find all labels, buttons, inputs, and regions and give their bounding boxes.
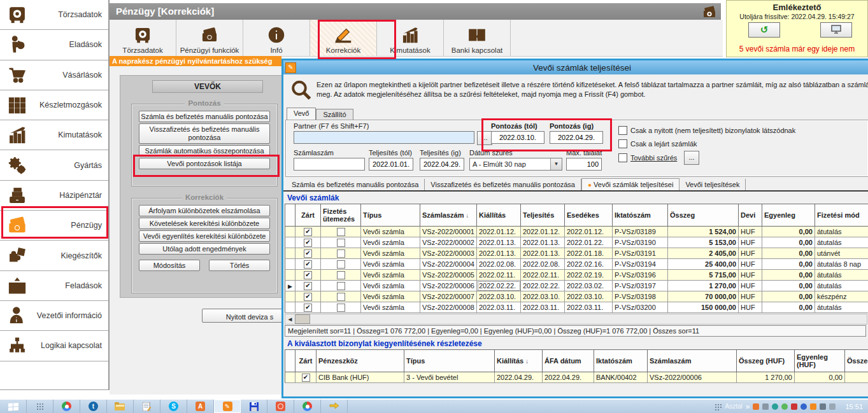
utemezes-checkbox[interactable] xyxy=(337,239,345,247)
start-icon[interactable] xyxy=(0,400,27,413)
column-header[interactable]: Fizetési mód xyxy=(815,204,868,227)
scroll-left-icon[interactable]: ◄ xyxy=(285,315,295,323)
utemezes-checkbox[interactable] xyxy=(337,293,345,301)
tray-icon-8[interactable] xyxy=(820,403,826,410)
tab-szallito[interactable]: Szállító xyxy=(316,109,353,120)
autocad-icon[interactable]: A xyxy=(187,400,214,413)
tray-icon-9[interactable] xyxy=(829,403,836,410)
column-header[interactable] xyxy=(285,350,295,372)
column-header[interactable] xyxy=(285,204,295,227)
checkbox-row-expired-only[interactable]: Csak a lejárt számlák xyxy=(618,139,697,148)
table-row[interactable]: Vevői számla VSz-2022/00005 2022.02.11. … xyxy=(285,270,868,281)
column-header[interactable]: Kiállítás xyxy=(495,350,543,372)
toolbar-button-korrekciok[interactable]: Korrekciók xyxy=(310,20,377,56)
screenshot-icon[interactable] xyxy=(267,400,294,413)
button-szamla-befizetes-pontozas[interactable]: Számla és befizetés manuális pontozása xyxy=(139,111,270,122)
column-header[interactable]: Iktatószám xyxy=(594,350,648,372)
skype-icon[interactable]: S xyxy=(160,400,187,413)
button-automatikus-osszepontozas[interactable]: Számlák automatikus összepontozása xyxy=(139,145,270,157)
modify-button[interactable]: Módosítás xyxy=(139,260,200,271)
subtab-vevoi-teljesitesek[interactable]: Vevői teljesítések xyxy=(679,179,746,190)
sidebar-item-kiegeszitok[interactable]: Kiegészítők xyxy=(0,241,108,270)
toolbar-button-torzsadatok[interactable]: Törzsadatok xyxy=(110,20,176,56)
zart-checkbox[interactable] xyxy=(304,293,312,301)
column-header[interactable]: ÁFA dátum xyxy=(543,350,594,372)
table-row[interactable]: Vevői számla VSz-2022/00004 2022.02.08. … xyxy=(285,259,868,270)
button-visszafizetes-pontozas[interactable]: Visszafizetés és befizetés manuális pont… xyxy=(139,123,270,144)
sidebar-item-kimutatasok[interactable]: Kimutatások xyxy=(0,120,108,150)
table-row[interactable]: Vevői számla VSz-2022/00008 2022.03.11. … xyxy=(285,302,868,313)
save-floppy-icon[interactable] xyxy=(241,400,267,413)
table-row[interactable]: CIB Bank (HUF) 3 - Vevői bevétel 2022.04… xyxy=(285,372,868,383)
zart-checkbox[interactable] xyxy=(304,249,312,258)
delete-button[interactable]: Törlés xyxy=(209,260,270,271)
column-header[interactable]: Iktatószám xyxy=(613,204,668,227)
column-header[interactable]: Számlaszám xyxy=(420,204,477,227)
utemezes-checkbox[interactable] xyxy=(337,271,345,279)
zart-checkbox[interactable] xyxy=(304,239,312,247)
tray-icon-5[interactable] xyxy=(791,403,797,410)
sidebar-item-gyartas[interactable]: Gyártás xyxy=(0,150,108,180)
sidebar-item-hazipenztar[interactable]: Házipénztár xyxy=(0,181,108,211)
more-filter-browse-button[interactable]: ... xyxy=(684,151,699,165)
column-header[interactable]: Zárt xyxy=(295,350,317,372)
subtab-visszafizetes[interactable]: Visszafizetés és befizetés manuális pont… xyxy=(425,179,581,190)
chevron-down-icon[interactable]: ▼ xyxy=(550,158,562,170)
reminder-refresh-button[interactable]: ↺ xyxy=(748,22,780,38)
sidebar-item-eladasok[interactable]: Eladások xyxy=(0,30,108,60)
table-row[interactable]: Vevői számla VSz-2022/00003 2022.01.13. … xyxy=(285,248,868,259)
desktop-toolbar-label[interactable]: Asztal xyxy=(725,403,743,410)
active-app-pen-icon[interactable]: ✎ xyxy=(214,400,241,413)
column-header[interactable]: Összeg xyxy=(668,204,739,227)
checkbox-open-only[interactable] xyxy=(618,126,627,135)
tray-icon-6[interactable] xyxy=(800,403,807,410)
tray-icon-4[interactable] xyxy=(781,403,788,410)
reminder-monitor-button[interactable] xyxy=(820,22,852,38)
column-header[interactable]: Zárt xyxy=(295,204,321,227)
pontozas-to-input[interactable] xyxy=(550,131,603,144)
date-filter-select[interactable]: A - Elmúlt 30 nap ▼ xyxy=(469,158,562,171)
button-utolag-adott-engedmenyek[interactable]: Utólag adott engedmények xyxy=(139,243,270,255)
button-arfolyam-kulonbozetek[interactable]: Árfolyam különbözetek elszámolása xyxy=(139,205,270,216)
column-header[interactable]: Devi xyxy=(739,204,762,227)
column-header[interactable]: Egyenleg (HUF) xyxy=(795,350,845,372)
invoice-number-input[interactable] xyxy=(294,158,365,171)
utemezes-checkbox[interactable] xyxy=(337,228,345,236)
chrome2-icon[interactable] xyxy=(294,400,321,413)
toolbar-button-banki-kapcsolat[interactable]: Banki kapcsolat xyxy=(444,20,511,56)
sidebar-item-torzsadatok[interactable]: Törzsadatok xyxy=(0,0,108,30)
tray-grid-icon[interactable] xyxy=(715,403,722,410)
table-row[interactable]: Vevői számla VSz-2022/00006 2022.02.22. … xyxy=(285,281,868,291)
column-header[interactable]: Egyenleg xyxy=(762,204,815,227)
zart-checkbox[interactable] xyxy=(304,260,312,269)
clock[interactable]: 15:51 xyxy=(845,403,863,410)
partner-browse-button[interactable]: ... xyxy=(477,131,492,145)
pontozas-from-input[interactable] xyxy=(491,131,544,144)
zart-checkbox[interactable] xyxy=(302,374,310,382)
table-row[interactable]: Vevői számla VSz-2022/00002 2022.01.13. … xyxy=(285,237,868,248)
button-vevoi-egyenlites-kerekitesi[interactable]: Vevői egyenlítés kerekítési különbözete xyxy=(139,230,270,242)
column-header[interactable]: Kiállítás xyxy=(477,204,521,227)
app-grid-icon[interactable] xyxy=(27,400,53,413)
tray-icon-3[interactable] xyxy=(772,403,778,410)
column-header[interactable]: Összeg (HUF) xyxy=(737,350,795,372)
zart-checkbox[interactable] xyxy=(304,282,312,290)
tray-icon-2[interactable] xyxy=(762,403,769,410)
utemezes-checkbox[interactable] xyxy=(337,304,345,312)
subtab-vevoi-szamlak-teljesitesei[interactable]: ●Vevői számlák teljesítései xyxy=(581,178,679,190)
zart-checkbox[interactable] xyxy=(304,304,312,312)
scrollbar-thumb[interactable] xyxy=(295,314,310,324)
tray-icon-7[interactable] xyxy=(810,403,816,410)
explorer-icon[interactable] xyxy=(107,400,134,413)
notepad-icon[interactable] xyxy=(134,400,160,413)
sidebar-item-penzugy[interactable]: Pénzügy xyxy=(0,211,108,241)
open-currency-button[interactable]: Nyitott deviza s xyxy=(202,309,281,323)
checkbox-expired-only[interactable] xyxy=(618,139,627,148)
column-header[interactable]: Típus xyxy=(361,204,420,227)
utemezes-checkbox[interactable] xyxy=(337,260,345,269)
tray-chevron-icon[interactable]: » xyxy=(746,402,750,411)
toolbar-button-penzugyi-funkciok[interactable]: Pénzügyi funkciók xyxy=(176,20,243,56)
fulfill-to-input[interactable] xyxy=(420,158,464,171)
toolbar-button-kimutatasok[interactable]: Kimutatások xyxy=(377,20,444,56)
tab-vevo[interactable]: Vevő xyxy=(287,108,316,120)
